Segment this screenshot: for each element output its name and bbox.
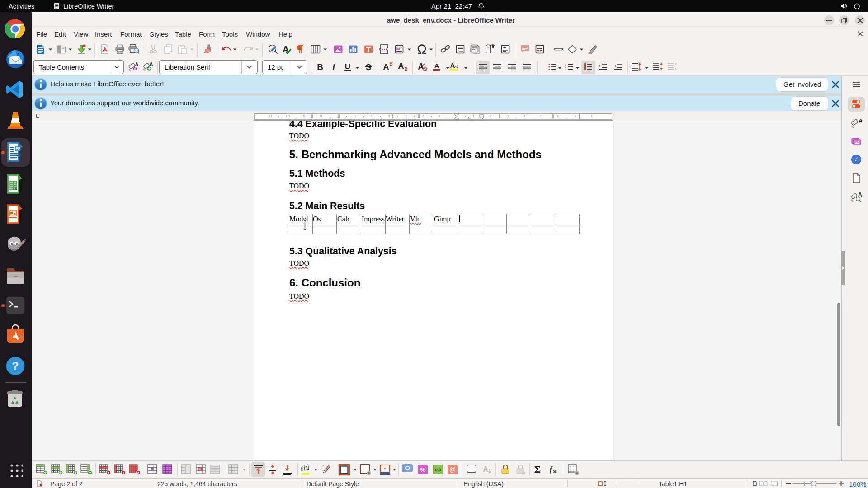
svg-text:i: i [476, 49, 476, 52]
svg-text:A: A [483, 465, 488, 473]
svg-text:I: I [332, 62, 335, 72]
svg-text:U: U [345, 62, 350, 71]
svg-text:0.0: 0.0 [435, 467, 441, 472]
svg-text:Σ: Σ [534, 464, 541, 474]
svg-text:B: B [404, 67, 407, 72]
svg-text:@: @ [449, 466, 456, 473]
svg-text:A: A [398, 61, 404, 70]
svg-text:%: % [420, 466, 425, 473]
svg-text:A: A [135, 61, 139, 68]
svg-text:3.: 3. [565, 68, 567, 71]
svg-text:B: B [389, 61, 392, 66]
svg-text:B: B [317, 62, 323, 72]
svg-text:A: A [450, 61, 455, 69]
svg-text:?: ? [12, 360, 19, 372]
svg-text:f: f [549, 465, 553, 474]
svg-text:A: A [383, 62, 389, 71]
svg-text:A: A [859, 117, 862, 124]
svg-text:A: A [434, 62, 439, 70]
